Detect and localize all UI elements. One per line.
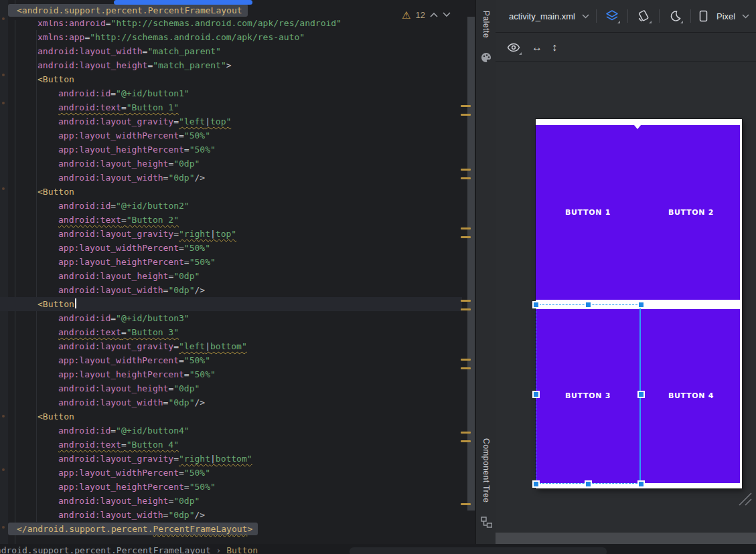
code-line[interactable]: xmlns:app="http://schemas.android.com/ap…	[0, 30, 462, 44]
pan-vertical-icon[interactable]: ↕	[552, 41, 557, 54]
code-line[interactable]: android:layout_height="0dp"	[0, 157, 462, 171]
code-line[interactable]: android:layout_gravity="right|bottom"	[0, 452, 462, 466]
code-line[interactable]: android:layout_height="0dp"	[0, 494, 462, 508]
code-line[interactable]: android:layout_height="0dp"	[0, 269, 462, 283]
layers-icon	[605, 9, 619, 23]
code-line[interactable]: android:layout_height="match_parent">	[0, 58, 462, 72]
device-selector[interactable]: Pixel	[716, 11, 735, 21]
error-stripe-mark[interactable]	[461, 432, 471, 434]
code-line[interactable]: app:layout_heightPercent="50%"	[0, 367, 462, 381]
view-options-toolbar: ↔ ↕	[496, 33, 756, 62]
inspections-widget[interactable]: ⚠ 12	[402, 7, 451, 23]
code-line[interactable]: app:layout_heightPercent="50%"	[0, 480, 462, 494]
pan-horizontal-icon[interactable]: ↔	[532, 41, 542, 54]
view-options-button[interactable]	[505, 39, 522, 56]
error-stripe-mark[interactable]	[461, 177, 471, 179]
error-stripe-mark[interactable]	[461, 440, 471, 442]
breadcrumb-bar: android.support.percent.PercentFrameLayo…	[0, 544, 756, 554]
code-line[interactable]: app:layout_heightPercent="50%"	[0, 143, 462, 157]
component-tree-tab[interactable]: Component Tree	[481, 438, 491, 502]
design-button-4[interactable]: BUTTON 4	[668, 391, 714, 400]
code-line[interactable]: app:layout_widthPercent="50%"	[0, 241, 462, 255]
code-line[interactable]: android:layout_height="0dp"	[0, 381, 462, 395]
code-line[interactable]: app:layout_widthPercent="50%"	[0, 128, 462, 143]
code-line[interactable]: android:id="@+id/button1"	[0, 86, 462, 100]
code-line[interactable]: android:layout_width="0dp"/>	[0, 395, 462, 409]
night-mode-button[interactable]	[666, 7, 684, 25]
code-line[interactable]: app:layout_widthPercent="50%"	[0, 353, 462, 367]
error-stripe-mark[interactable]	[461, 503, 471, 505]
code-line[interactable]: android:layout_gravity="right|top"	[0, 227, 462, 241]
file-selector[interactable]: activity_main.xml	[509, 11, 575, 21]
design-button-1[interactable]: BUTTON 1	[565, 208, 611, 217]
component-tree-icon[interactable]	[481, 517, 492, 528]
design-button-2[interactable]: BUTTON 2	[668, 208, 714, 217]
error-stripe-mark[interactable]	[461, 367, 471, 369]
toolbar-separator	[627, 9, 628, 23]
layout-preview-canvas[interactable]: BUTTON 1BUTTON 2BUTTON 3BUTTON 4	[536, 119, 742, 488]
error-stripe-mark[interactable]	[461, 308, 471, 310]
design-toolbar: activity_main.xml Pix	[496, 0, 756, 33]
code-line[interactable]: </android.support.percent.PercentFrameLa…	[0, 522, 462, 536]
code-line[interactable]: <Button	[0, 72, 462, 86]
selection-rectangle[interactable]	[536, 304, 641, 484]
code-line[interactable]: <Button	[0, 185, 462, 199]
design-surface-button[interactable]	[603, 7, 621, 25]
error-stripe-mark[interactable]	[461, 300, 471, 302]
breadcrumb[interactable]: android.support.percent.PercentFrameLayo…	[0, 545, 258, 554]
code-line[interactable]: android:text="Button 2"	[0, 213, 462, 227]
selection-handle[interactable]	[637, 301, 645, 308]
breadcrumb-current[interactable]: Button	[226, 545, 258, 554]
error-stripe-mark[interactable]	[461, 114, 471, 116]
design-horizontal-scrollbar[interactable]	[496, 533, 756, 544]
error-stripe-mark[interactable]	[461, 105, 471, 107]
selection-handle[interactable]	[532, 391, 540, 398]
xml-editor[interactable]: xmlns:android="http://schemas.android.co…	[0, 0, 475, 544]
rotate-device-icon	[637, 9, 650, 23]
code-line[interactable]: android:layout_width="0dp"/>	[0, 508, 462, 522]
code-line[interactable]: android:layout_width="0dp"/>	[0, 171, 462, 185]
error-stripe-mark[interactable]	[461, 236, 471, 238]
sticky-line[interactable]: <android.support.percent.PercentFrameLay…	[8, 4, 462, 20]
code-line[interactable]: <Button	[0, 409, 462, 424]
toolbar-separator	[690, 9, 691, 23]
device-selector-chevron-icon[interactable]	[742, 14, 749, 19]
next-warning-icon[interactable]	[443, 12, 451, 17]
code-line[interactable]: android:text="Button 1"	[0, 100, 462, 114]
scroll-indicator-pill[interactable]	[114, 0, 252, 5]
code-line[interactable]: android:layout_gravity="left|bottom"	[0, 339, 462, 353]
code-line[interactable]: <Button	[0, 297, 462, 311]
canvas-resize-handle[interactable]	[738, 492, 753, 506]
code-line[interactable]: android:text="Button 4"	[0, 438, 462, 452]
canvas-top-notch	[634, 125, 641, 129]
code-line[interactable]: app:layout_heightPercent="50%"	[0, 255, 462, 269]
code-line[interactable]: android:id="@+id/button4"	[0, 424, 462, 438]
device-selector-button[interactable]	[698, 7, 710, 25]
selection-handle[interactable]	[585, 480, 592, 488]
code-line[interactable]: android:id="@+id/button3"	[0, 311, 462, 325]
palette-tab[interactable]: Palette	[481, 11, 491, 38]
error-stripe-mark[interactable]	[461, 169, 471, 171]
file-selector-chevron-icon[interactable]	[582, 14, 589, 19]
code-line[interactable]: android:layout_width="0dp"/>	[0, 283, 462, 297]
code-line[interactable]: app:layout_widthPercent="50%"	[0, 466, 462, 480]
code-line[interactable]: android:id="@+id/button2"	[0, 199, 462, 213]
orientation-button[interactable]	[635, 7, 652, 25]
selection-handle[interactable]	[532, 480, 540, 488]
error-stripe-mark[interactable]	[461, 359, 471, 361]
selection-handle[interactable]	[637, 391, 645, 398]
prev-warning-icon[interactable]	[430, 12, 438, 17]
code-line[interactable]: android:text="Button 3"	[0, 325, 462, 339]
editor-vertical-scrollbar[interactable]	[467, 17, 475, 511]
text-caret	[75, 298, 76, 308]
selection-handle[interactable]	[585, 301, 592, 308]
error-stripe-mark[interactable]	[461, 227, 471, 229]
breadcrumb-root[interactable]: android.support.percent.PercentFrameLayo…	[0, 545, 211, 554]
phone-icon	[699, 10, 708, 22]
code-line[interactable]: android:layout_width="match_parent"	[0, 44, 462, 58]
code-line[interactable]: android:layout_gravity="left|top"	[0, 114, 462, 128]
palette-icon[interactable]	[481, 52, 492, 63]
selection-handle[interactable]	[532, 301, 540, 308]
toolbar-separator	[596, 9, 597, 23]
selection-handle[interactable]	[637, 480, 645, 488]
